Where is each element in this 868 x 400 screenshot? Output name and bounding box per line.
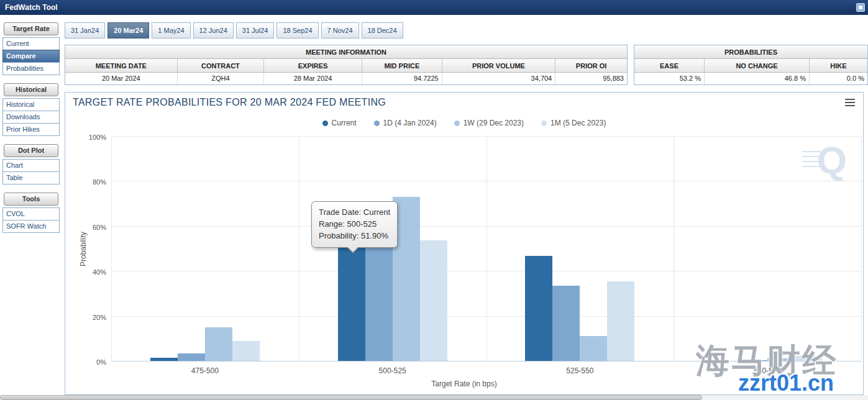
legend-label-current: Current	[332, 119, 357, 127]
probabilities-header-row: EASENO CHANGEHIKE	[634, 59, 867, 73]
x-tick-525-550: 525-550	[487, 366, 674, 375]
tooltip-trade-date: Trade Date: Current	[319, 207, 390, 219]
meeting-column-prior-volume: PRIOR VOLUME	[442, 59, 556, 73]
legend-dot-current	[322, 120, 328, 126]
prob-value-hike: 0.0 %	[810, 73, 867, 84]
sidebar-section-list-dot-plot: ChartTable	[2, 159, 60, 184]
watermark-text-url: zzrt01.cn	[738, 370, 834, 396]
x-tick-475-500: 475-500	[111, 366, 299, 375]
sidebar-section-tools[interactable]: Tools	[4, 193, 58, 206]
sidebar-section-list-target-rate: CurrentCompareProbabilities	[2, 37, 60, 75]
sidebar-section-historical[interactable]: Historical	[4, 83, 58, 96]
hamburger-icon	[845, 99, 855, 100]
tab-18-sep24[interactable]: 18 Sep24	[276, 22, 318, 39]
legend-item-current[interactable]: Current	[322, 119, 357, 127]
sidebar-item-cvol[interactable]: CVOL	[2, 207, 60, 220]
meeting-info-table: MEETING INFORMATION MEETING DATECONTRACT…	[65, 45, 628, 85]
meeting-value-contract: ZQH4	[178, 73, 265, 84]
sidebar-section-list-historical: HistoricalDownloadsPrior Hikes	[2, 98, 60, 136]
sidebar-item-current[interactable]: Current	[2, 37, 60, 50]
chart-title: TARGET RATE PROBABILITIES FOR 20 MAR 202…	[73, 97, 386, 108]
prob-value-ease: 53.2 %	[634, 73, 705, 84]
prob-value-no-change: 46.8 %	[705, 73, 810, 84]
meeting-value-prior-oi: 95,883	[555, 73, 627, 84]
prob-column-no-change: NO CHANGE	[705, 59, 810, 73]
plot-area: Probability Trade Date: Current Range: 5…	[111, 137, 861, 361]
meeting-column-contract: CONTRACT	[178, 59, 265, 73]
meeting-date-tabs: 31 Jan2420 Mar241 May2412 Jun2431 Jul241…	[65, 22, 403, 39]
meeting-column-meeting-date: MEETING DATE	[65, 59, 178, 73]
y-tick-20: 20%	[81, 314, 106, 321]
tab-18-dec24[interactable]: 18 Dec24	[362, 22, 403, 39]
app-title: FedWatch Tool	[0, 0, 868, 15]
bar-1d-4-jan-2024-475-500[interactable]	[178, 353, 205, 361]
meeting-info-value-row: 20 Mar 2024ZQH428 Mar 202494.722534,7049…	[65, 73, 627, 84]
tab-31-jan24[interactable]: 31 Jan24	[65, 22, 105, 39]
sidebar-item-sofr-watch[interactable]: SOFR Watch	[2, 220, 60, 233]
gridline-v-4	[861, 137, 862, 361]
meeting-value-expires: 28 Mar 2024	[264, 73, 362, 84]
bar-current-475-500[interactable]	[150, 358, 178, 361]
gridline-v-1	[299, 137, 299, 361]
meeting-column-prior-oi: PRIOR OI	[555, 59, 627, 73]
gridline-v-2	[487, 137, 487, 361]
tab-12-jun24[interactable]: 12 Jun24	[193, 22, 234, 39]
bar-1m-5-dec-2023-500-525[interactable]	[420, 240, 447, 361]
gridline-v-0	[111, 137, 112, 361]
sidebar-item-chart[interactable]: Chart	[2, 159, 60, 172]
legend-item-1d-4-jan-2024[interactable]: 1D (4 Jan 2024)	[374, 119, 437, 127]
legend-label-1m-5-dec-2023: 1M (5 Dec 2023)	[550, 119, 606, 127]
bar-current-500-525[interactable]	[338, 244, 365, 361]
bar-current-525-550[interactable]	[525, 256, 552, 361]
sidebar-item-compare[interactable]: Compare	[2, 50, 60, 63]
legend-dot-1w-29-dec-2023	[454, 120, 460, 126]
chart-legend: Current1D (4 Jan 2024)1W (29 Dec 2023)1M…	[65, 119, 863, 127]
prob-column-ease: EASE	[634, 59, 705, 73]
tooltip-probability: Probability: 51.90%	[319, 230, 390, 242]
tooltip-range: Range: 500-525	[319, 219, 390, 230]
tab-1-may24[interactable]: 1 May24	[152, 22, 190, 39]
meeting-column-mid-price: MID PRICE	[362, 59, 442, 73]
bar-1m-5-dec-2023-525-550[interactable]	[607, 281, 634, 361]
y-tick-0: 0%	[81, 358, 106, 366]
meeting-value-prior-volume: 34,704	[442, 73, 556, 84]
sidebar-item-probabilities[interactable]: Probabilities	[2, 62, 60, 75]
meeting-value-mid-price: 94.7225	[362, 73, 442, 84]
meeting-info-title: MEETING INFORMATION	[65, 45, 627, 59]
bar-1d-4-jan-2024-525-550[interactable]	[552, 286, 580, 361]
sidebar-section-target-rate[interactable]: Target Rate	[4, 22, 58, 35]
legend-label-1d-4-jan-2024: 1D (4 Jan 2024)	[383, 119, 437, 127]
bar-1w-29-dec-2023-475-500[interactable]	[205, 327, 232, 361]
tab-7-nov24[interactable]: 7 Nov24	[321, 22, 359, 39]
legend-item-1w-29-dec-2023[interactable]: 1W (29 Dec 2023)	[454, 119, 524, 127]
probabilities-table: PROBABILITIES EASENO CHANGEHIKE 53.2 %46…	[634, 45, 868, 85]
bar-1w-29-dec-2023-525-550[interactable]	[580, 336, 607, 361]
y-tick-80: 80%	[81, 178, 106, 186]
sidebar-item-historical[interactable]: Historical	[2, 98, 60, 111]
bar-1m-5-dec-2023-475-500[interactable]	[232, 341, 260, 361]
sidebar-item-prior-hikes[interactable]: Prior Hikes	[2, 123, 60, 136]
y-tick-100: 100%	[81, 134, 106, 141]
header-action-icon[interactable]	[856, 3, 865, 12]
sidebar: Target RateCurrentCompareProbabilitiesHi…	[0, 15, 62, 394]
tab-31-jul24[interactable]: 31 Jul24	[236, 22, 275, 39]
sidebar-section-list-tools: CVOLSOFR Watch	[2, 207, 60, 233]
chart-tooltip: Trade Date: Current Range: 500-525 Proba…	[311, 201, 398, 248]
sidebar-section-dot-plot[interactable]: Dot Plot	[4, 144, 58, 157]
tab-20-mar24[interactable]: 20 Mar24	[107, 22, 149, 39]
y-tick-60: 60%	[81, 224, 106, 231]
legend-dot-1m-5-dec-2023	[541, 120, 547, 126]
gridline-v-3	[674, 137, 674, 361]
legend-item-1m-5-dec-2023[interactable]: 1M (5 Dec 2023)	[541, 119, 606, 127]
app-header: FedWatch Tool	[0, 0, 868, 15]
chart-context-menu-icon[interactable]	[845, 99, 856, 107]
meeting-info-header-row: MEETING DATECONTRACTEXPIRESMID PRICEPRIO…	[65, 59, 627, 73]
sidebar-item-table[interactable]: Table	[2, 171, 60, 184]
meeting-value-meeting-date: 20 Mar 2024	[65, 73, 178, 84]
meeting-column-expires: EXPIRES	[264, 59, 362, 73]
legend-dot-1d-4-jan-2024	[374, 120, 380, 126]
probabilities-title: PROBABILITIES	[634, 45, 867, 59]
prob-column-hike: HIKE	[810, 59, 867, 73]
sidebar-item-downloads[interactable]: Downloads	[2, 111, 60, 124]
scrollbar-thumb[interactable]	[0, 395, 702, 400]
